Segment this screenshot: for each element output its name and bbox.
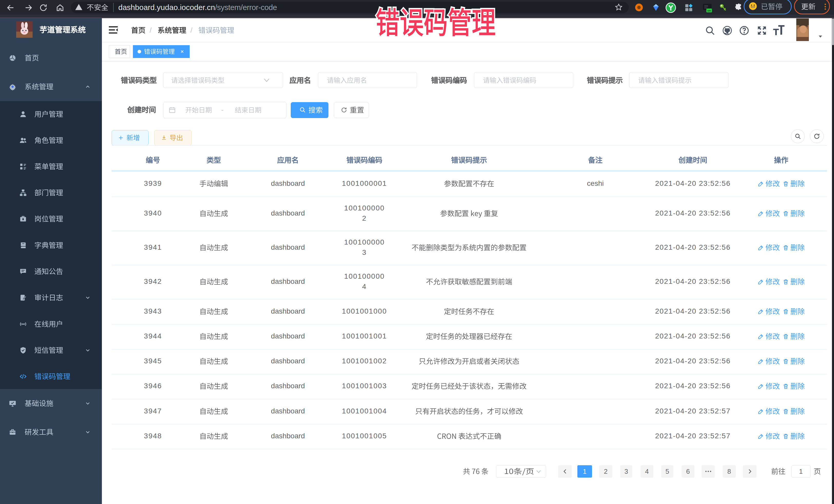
svg-text:on: on [707, 9, 711, 12]
